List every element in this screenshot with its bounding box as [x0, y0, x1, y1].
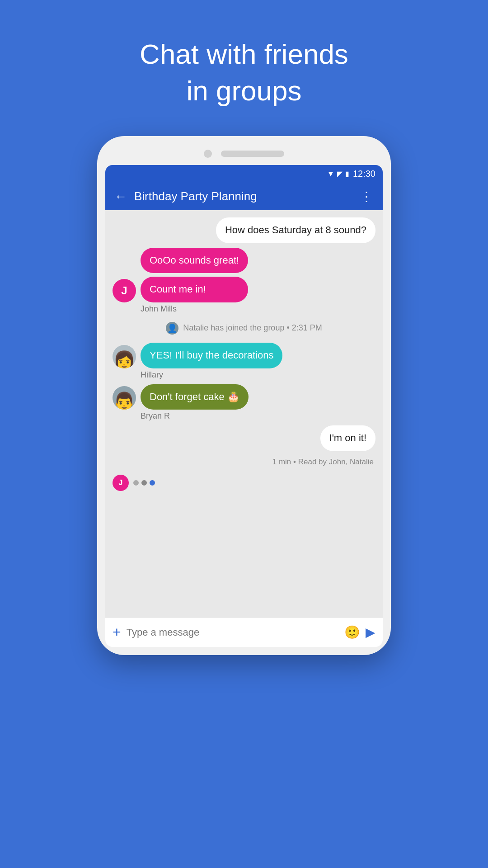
hillary-sender-name: Hillary [141, 370, 375, 380]
phone-mockup: ▼ ◤ ▮ 12:30 ← Birthday Party Planning ⋮ … [97, 136, 391, 655]
message-bryan: Don't forget cake 🎂 Bryan R [113, 384, 375, 421]
typing-dots [133, 480, 155, 486]
wifi-icon: ▼ [327, 170, 334, 178]
signal-icon: ◤ [337, 170, 343, 178]
message-input[interactable] [127, 627, 339, 638]
message-read-receipt: 1 min • Read by John, Natalie [113, 458, 374, 467]
status-icons: ▼ ◤ ▮ [327, 170, 349, 178]
dot-3 [150, 480, 155, 486]
avatar-john: J [113, 279, 136, 302]
status-time: 12:30 [353, 169, 375, 179]
bubble-ooo: OoOo sounds great! [141, 248, 248, 274]
dot-1 [133, 480, 139, 486]
message-john: J OoOo sounds great! Count me in! John M… [113, 248, 375, 314]
battery-icon: ▮ [345, 170, 349, 178]
back-button[interactable]: ← [114, 189, 127, 204]
status-bar: ▼ ◤ ▮ 12:30 [105, 165, 383, 183]
bryan-sender-name: Bryan R [141, 411, 375, 421]
phone-screen: ▼ ◤ ▮ 12:30 ← Birthday Party Planning ⋮ … [105, 165, 383, 647]
natalie-system-avatar: 👤 [166, 322, 178, 335]
chat-area: How does Saturday at 8 sound? J OoOo sou… [105, 210, 383, 617]
app-bar-title: Birthday Party Planning [134, 189, 353, 203]
bubble-count-me-in: Count me in! [141, 277, 248, 302]
app-bar: ← Birthday Party Planning ⋮ [105, 183, 383, 210]
message-im-on-it: I'm on it! [113, 425, 375, 451]
phone-speaker [221, 151, 284, 157]
avatar-bryan [113, 386, 136, 410]
add-button[interactable]: + [113, 624, 121, 641]
john-sender-name: John Mills [141, 304, 375, 314]
send-button[interactable]: ▶ [366, 625, 375, 640]
bubble-saturday: How does Saturday at 8 sound? [216, 217, 375, 243]
overflow-menu-button[interactable]: ⋮ [360, 189, 374, 204]
typing-avatar: J [113, 475, 129, 491]
input-bar: + 🙂 ▶ [105, 617, 383, 647]
bubble-im-on-it: I'm on it! [320, 425, 375, 451]
page-headline: Chat with friends in groups [140, 36, 348, 109]
avatar-hillary [113, 345, 136, 368]
bubble-decorations: YES! I'll buy the decorations [141, 343, 282, 368]
dot-2 [141, 480, 147, 486]
phone-camera [204, 150, 212, 158]
bubble-cake: Don't forget cake 🎂 [141, 384, 249, 410]
phone-notch [105, 150, 383, 158]
message-hillary: YES! I'll buy the decorations Hillary [113, 343, 375, 380]
typing-indicator: J [113, 471, 375, 495]
system-message-text: Natalie has joined the group • 2:31 PM [183, 323, 322, 333]
system-message-natalie: 👤 Natalie has joined the group • 2:31 PM [113, 318, 375, 338]
message-outgoing-1: How does Saturday at 8 sound? [113, 217, 375, 243]
emoji-button[interactable]: 🙂 [344, 625, 360, 640]
john-bubbles: OoOo sounds great! Count me in! [141, 248, 248, 302]
